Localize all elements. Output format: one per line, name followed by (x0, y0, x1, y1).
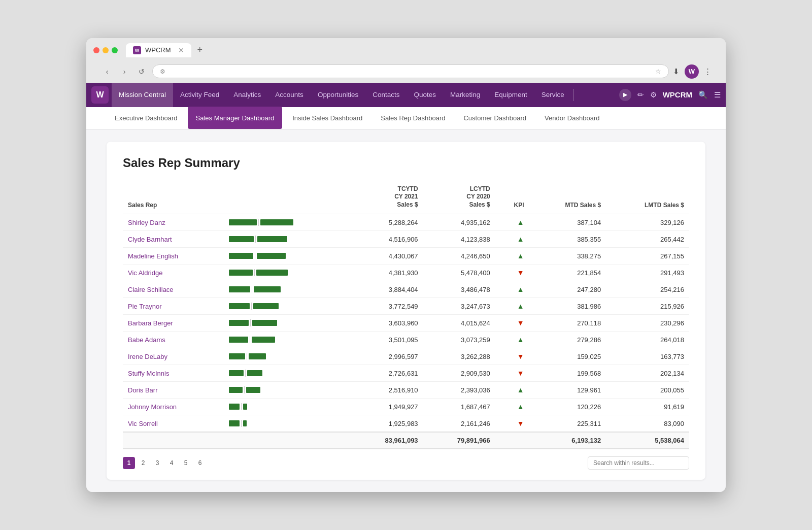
rep-name[interactable]: Johnny Morrison (123, 399, 224, 415)
lmtd-value: 215,926 (606, 298, 689, 315)
minimize-dot[interactable] (103, 47, 109, 53)
browser-window: W WPCRM ✕ + ‹ › ↺ ⚙ ☆ ⬇ W ⋮ (86, 38, 726, 492)
rep-name[interactable]: Stuffy McInnis (123, 365, 224, 382)
rep-name[interactable]: Shirley Danz (123, 214, 224, 231)
tab-inside-sales-dashboard[interactable]: Inside Sales Dashboard (284, 107, 370, 129)
grid-icon[interactable]: ☰ (714, 90, 721, 100)
close-dot[interactable] (93, 47, 99, 53)
rep-link[interactable]: Vic Sorrell (128, 420, 158, 427)
new-tab-button[interactable]: + (197, 45, 203, 55)
bar-cell (224, 248, 351, 264)
rep-link[interactable]: Madeline English (128, 252, 178, 260)
down-arrow-icon: ▼ (517, 369, 524, 377)
lmtd-value: 202,134 (606, 365, 689, 382)
rep-name[interactable]: Doris Barr (123, 382, 224, 399)
mtd-value: 387,104 (529, 214, 606, 231)
user-avatar[interactable]: W (685, 64, 699, 79)
nav-analytics[interactable]: Analytics (226, 83, 268, 107)
rep-link[interactable]: Shirley Danz (128, 219, 165, 226)
settings-icon[interactable]: ⚙ (650, 90, 657, 100)
forward-button[interactable]: › (118, 65, 131, 78)
rep-link[interactable]: Barbara Berger (128, 319, 173, 327)
search-icon[interactable]: 🔍 (698, 90, 708, 100)
maximize-dot[interactable] (112, 47, 118, 53)
address-bar[interactable]: ⚙ ☆ (152, 64, 669, 78)
up-arrow-icon: ▲ (517, 285, 524, 293)
kpi-indicator: ▲ (495, 214, 529, 231)
rep-name[interactable]: Barbara Berger (123, 315, 224, 332)
rep-name[interactable]: Vic Sorrell (123, 415, 224, 433)
tcytd-value: 2,516,910 (351, 382, 423, 399)
kpi-indicator: ▲ (495, 382, 529, 399)
nav-opportunities[interactable]: Opportunities (311, 83, 365, 107)
back-button[interactable]: ‹ (100, 65, 114, 78)
tcytd-value: 3,772,549 (351, 298, 423, 315)
rep-link[interactable]: Clyde Barnhart (128, 236, 172, 243)
totals-row: 83,961,093 79,891,966 6,193,132 5,538,06… (123, 432, 689, 449)
search-within-input[interactable] (588, 456, 689, 470)
rep-name[interactable]: Madeline English (123, 248, 224, 264)
rep-link[interactable]: Johnny Morrison (128, 403, 177, 411)
nav-contacts[interactable]: Contacts (365, 83, 407, 107)
lcytd-value: 4,246,650 (423, 248, 495, 264)
app-nav: W Mission Central Activity Feed Analytic… (86, 83, 726, 107)
rep-name[interactable]: Babe Adams (123, 332, 224, 348)
lmtd-value: 291,493 (606, 264, 689, 281)
kpi-indicator: ▼ (495, 348, 529, 365)
download-icon[interactable]: ⬇ (673, 67, 680, 76)
tab-vendor-dashboard[interactable]: Vendor Dashboard (536, 107, 607, 129)
lmtd-value: 265,442 (606, 231, 689, 248)
down-arrow-icon: ▼ (517, 419, 524, 427)
nav-activity-feed[interactable]: Activity Feed (173, 83, 226, 107)
mtd-value: 129,961 (529, 382, 606, 399)
star-icon[interactable]: ☆ (655, 68, 661, 75)
browser-titlebar: W WPCRM ✕ + ‹ › ↺ ⚙ ☆ ⬇ W ⋮ (86, 38, 726, 83)
rep-link[interactable]: Vic Aldridge (128, 269, 162, 277)
col-header-lmtd: LMTD Sales $ (606, 182, 689, 214)
tab-sales-rep-dashboard[interactable]: Sales Rep Dashboard (373, 107, 453, 129)
page-number-1[interactable]: 1 (123, 457, 135, 469)
browser-dots (93, 47, 118, 53)
nav-mission-central[interactable]: Mission Central (112, 83, 173, 107)
edit-icon[interactable]: ✏ (637, 90, 644, 100)
mtd-value: 120,226 (529, 399, 606, 415)
browser-tab[interactable]: W WPCRM ✕ (126, 43, 191, 57)
menu-icon[interactable]: ⋮ (704, 67, 712, 76)
rep-link[interactable]: Irene DeLaby (128, 353, 167, 360)
nav-quotes[interactable]: Quotes (407, 83, 443, 107)
col-header-lcytd: LCYTD CY 2020 Sales $ (423, 182, 495, 214)
page-number-4[interactable]: 4 (165, 457, 178, 469)
down-arrow-icon: ▼ (517, 269, 524, 277)
nav-equipment[interactable]: Equipment (487, 83, 534, 107)
nav-expand-button[interactable]: ▶ (619, 89, 631, 101)
col-header-kpi: KPI (495, 182, 529, 214)
rep-name[interactable]: Vic Aldridge (123, 264, 224, 281)
rep-link[interactable]: Babe Adams (128, 336, 165, 344)
refresh-button[interactable]: ↺ (135, 65, 148, 78)
rep-link[interactable]: Stuffy McInnis (128, 370, 169, 377)
rep-name[interactable]: Pie Traynor (123, 298, 224, 315)
nav-service[interactable]: Service (534, 83, 571, 107)
tab-sales-manager-dashboard[interactable]: Sales Manager Dashboard (188, 107, 283, 129)
rep-link[interactable]: Claire Schillace (128, 286, 174, 293)
page-number-2[interactable]: 2 (137, 457, 149, 469)
rep-link[interactable]: Pie Traynor (128, 303, 161, 310)
page-number-6[interactable]: 6 (194, 457, 206, 469)
lcytd-value: 2,909,530 (423, 365, 495, 382)
rep-name[interactable]: Claire Schillace (123, 281, 224, 298)
rep-name[interactable]: Irene DeLaby (123, 348, 224, 365)
app-logo: W (91, 86, 109, 104)
lmtd-value: 230,296 (606, 315, 689, 332)
rep-link[interactable]: Doris Barr (128, 386, 158, 394)
lcytd-value: 4,123,838 (423, 231, 495, 248)
rep-name[interactable]: Clyde Barnhart (123, 231, 224, 248)
tab-customer-dashboard[interactable]: Customer Dashboard (455, 107, 534, 129)
tab-close-button[interactable]: ✕ (178, 46, 184, 54)
nav-marketing[interactable]: Marketing (443, 83, 487, 107)
page-number-3[interactable]: 3 (151, 457, 163, 469)
page-number-5[interactable]: 5 (180, 457, 192, 469)
col-header-rep: Sales Rep (123, 182, 224, 214)
tcytd-value: 2,726,631 (351, 365, 423, 382)
nav-accounts[interactable]: Accounts (268, 83, 311, 107)
tab-executive-dashboard[interactable]: Executive Dashboard (107, 107, 186, 129)
